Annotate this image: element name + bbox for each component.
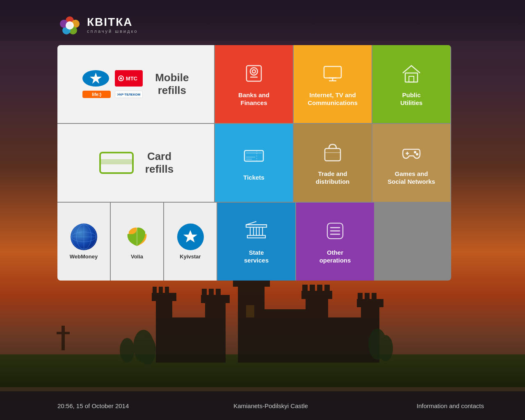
other-icon bbox=[323, 219, 347, 244]
logo-icon bbox=[57, 12, 82, 37]
svg-rect-9 bbox=[202, 289, 207, 297]
svg-rect-67 bbox=[325, 148, 340, 161]
logo: КВІТКА сплачуй швидко bbox=[57, 12, 138, 37]
tile-volia[interactable]: Volia bbox=[111, 203, 163, 281]
utilities-label: Public Utilities bbox=[400, 91, 422, 107]
footer-time: 20:56, 15 of October 2014 bbox=[0, 402, 200, 409]
svg-rect-12 bbox=[238, 285, 265, 363]
internet-tv-icon bbox=[321, 62, 345, 87]
logo-slogan: сплачуй швидко bbox=[87, 29, 138, 34]
internet-tv-label: Internet, TV and Communications bbox=[308, 91, 358, 107]
state-label: State services bbox=[244, 249, 269, 265]
svg-point-36 bbox=[120, 338, 135, 363]
svg-rect-26 bbox=[328, 317, 361, 363]
mobile-logos-grid: МТС life:) УКР·ТЕЛЕКОМ bbox=[82, 70, 143, 98]
svg-rect-7 bbox=[205, 301, 226, 363]
tile-mobile-refills[interactable]: МТС life:) УКР·ТЕЛЕКОМ Mobile refil bbox=[57, 45, 214, 123]
svg-rect-18 bbox=[246, 305, 254, 317]
banks-label: Banks and Finances bbox=[238, 91, 269, 107]
webmoney-globe bbox=[71, 224, 97, 250]
svg-rect-24 bbox=[317, 285, 322, 293]
tickets-icon bbox=[242, 144, 266, 169]
footer-bar: 20:56, 15 of October 2014 Kamianets-Podi… bbox=[0, 391, 525, 420]
svg-point-50 bbox=[250, 68, 258, 75]
svg-rect-10 bbox=[209, 289, 214, 297]
svg-rect-11 bbox=[216, 289, 221, 297]
svg-point-33 bbox=[139, 336, 156, 365]
tickets-label: Tickets bbox=[243, 173, 264, 182]
card-row-content: Card refills bbox=[86, 135, 186, 190]
mobile-label-line2: refills bbox=[155, 84, 189, 97]
tile-tickets[interactable]: Tickets bbox=[215, 124, 293, 202]
trade-icon bbox=[321, 140, 345, 166]
svg-point-71 bbox=[414, 151, 416, 153]
grid-row-1: МТС life:) УКР·ТЕЛЕКОМ Mobile refil bbox=[57, 45, 451, 123]
svg-rect-1 bbox=[156, 297, 172, 363]
mobile-label-line1: Mobile bbox=[155, 71, 189, 84]
banks-icon bbox=[242, 62, 266, 87]
utilities-icon bbox=[399, 62, 423, 87]
svg-point-72 bbox=[416, 153, 418, 155]
svg-marker-46 bbox=[90, 73, 102, 84]
svg-rect-4 bbox=[159, 287, 163, 295]
tile-other-operations[interactable]: Other operations bbox=[296, 203, 374, 281]
trade-label: Trade and distribution bbox=[316, 170, 350, 186]
volia-logo-icon bbox=[124, 224, 151, 250]
tile-internet-tv[interactable]: Internet, TV and Communications bbox=[294, 45, 372, 123]
games-icon bbox=[399, 140, 423, 166]
svg-point-45 bbox=[67, 23, 72, 28]
volia-label: Volia bbox=[131, 253, 143, 260]
lifecell-logo: life:) bbox=[82, 91, 110, 98]
kyivstar-logo bbox=[82, 70, 109, 87]
svg-rect-31 bbox=[372, 293, 377, 301]
logo-name: КВІТКА bbox=[87, 16, 138, 29]
kyivstar-logo-icon bbox=[177, 224, 204, 250]
svg-rect-22 bbox=[302, 285, 308, 293]
grid-row-3: WebMoney Volia K bbox=[57, 203, 451, 281]
tile-public-utilities[interactable]: Public Utilities bbox=[372, 45, 450, 123]
svg-rect-23 bbox=[310, 285, 315, 293]
card-label-line1: Card bbox=[145, 150, 173, 163]
tile-kyivstar[interactable]: Kyivstar bbox=[164, 203, 217, 281]
footer-location: Kamianets-Podilskyi Castle bbox=[200, 402, 342, 409]
tile-webmoney[interactable]: WebMoney bbox=[57, 203, 110, 281]
svg-point-48 bbox=[120, 78, 122, 80]
svg-rect-79 bbox=[247, 235, 265, 238]
svg-rect-62 bbox=[244, 151, 263, 161]
svg-marker-78 bbox=[183, 230, 197, 242]
svg-rect-19 bbox=[265, 309, 306, 363]
castle-background bbox=[0, 264, 525, 387]
svg-rect-53 bbox=[324, 66, 341, 78]
header: КВІТКА сплачуй швидко bbox=[0, 0, 525, 45]
tile-trade[interactable]: Trade and distribution bbox=[294, 124, 372, 202]
card-label-line2: refills bbox=[145, 163, 173, 176]
footer-info[interactable]: Information and contacts bbox=[342, 402, 525, 409]
svg-rect-57 bbox=[405, 73, 418, 82]
svg-rect-20 bbox=[306, 297, 328, 363]
svg-rect-29 bbox=[358, 293, 363, 301]
svg-point-51 bbox=[252, 70, 256, 73]
svg-rect-30 bbox=[365, 293, 370, 301]
tile-banks[interactable]: Banks and Finances bbox=[215, 45, 293, 123]
mts-logo: МТС bbox=[115, 70, 143, 87]
state-icon bbox=[244, 219, 268, 244]
tile-games[interactable]: Games and Social Networks bbox=[372, 124, 450, 202]
tile-state-services[interactable]: State services bbox=[217, 203, 295, 281]
main-grid: МТС life:) УКР·ТЕЛЕКОМ Mobile refil bbox=[57, 45, 451, 281]
svg-rect-37 bbox=[62, 326, 65, 350]
svg-rect-60 bbox=[100, 159, 133, 164]
svg-rect-38 bbox=[57, 332, 70, 334]
svg-rect-58 bbox=[409, 76, 414, 82]
tile-card-refills[interactable]: Card refills bbox=[57, 124, 214, 202]
card-refills-label: Card refills bbox=[145, 150, 173, 176]
logo-text: КВІТКА сплачуй швидко bbox=[87, 16, 138, 34]
svg-rect-5 bbox=[165, 287, 169, 295]
mobile-refills-label: Mobile refills bbox=[155, 71, 189, 97]
svg-rect-3 bbox=[153, 287, 157, 295]
ukrtelecom-logo: УКР·ТЕЛЕКОМ bbox=[115, 91, 143, 98]
card-icon bbox=[98, 144, 135, 182]
main-content: КВІТКА сплачуй швидко bbox=[0, 0, 525, 281]
mobile-row-content: МТС life:) УКР·ТЕЛЕКОМ Mobile refil bbox=[70, 62, 201, 106]
games-label: Games and Social Networks bbox=[388, 170, 435, 186]
svg-rect-6 bbox=[172, 317, 205, 363]
